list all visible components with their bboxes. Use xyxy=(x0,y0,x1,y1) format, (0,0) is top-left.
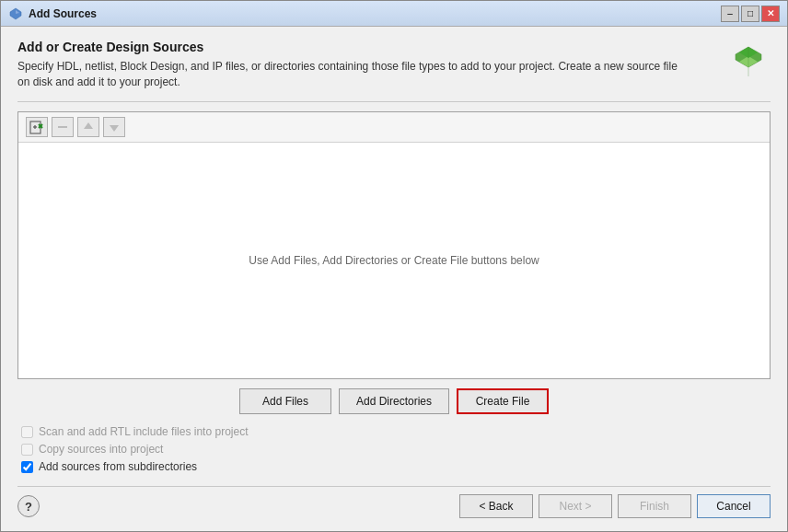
page-header-text: Add or Create Design Sources Specify HDL… xyxy=(17,40,715,90)
title-bar: Add Sources – □ ✕ xyxy=(1,1,787,27)
back-button[interactable]: < Back xyxy=(459,494,533,518)
footer-right: < Back Next > Finish Cancel xyxy=(459,494,771,518)
logo-area xyxy=(726,40,771,84)
up-arrow-icon xyxy=(82,121,95,133)
minimize-button[interactable]: – xyxy=(721,6,739,22)
footer-left: ? xyxy=(17,495,40,517)
file-panel: Use Add Files, Add Directories or Create… xyxy=(17,111,771,379)
add-files-button[interactable]: Add Files xyxy=(239,388,331,414)
maximize-button[interactable]: □ xyxy=(741,6,759,22)
copy-sources-option: Copy sources into project xyxy=(21,443,771,456)
finish-button[interactable]: Finish xyxy=(618,494,691,518)
content-area: Add or Create Design Sources Specify HDL… xyxy=(1,27,787,531)
move-down-toolbar-button[interactable] xyxy=(103,117,125,137)
remove-toolbar-button[interactable] xyxy=(52,117,74,137)
copy-sources-checkbox[interactable] xyxy=(21,444,33,456)
xilinx-logo xyxy=(730,43,767,80)
scan-rtl-label: Scan and add RTL include files into proj… xyxy=(39,425,248,438)
scan-rtl-checkbox[interactable] xyxy=(21,426,33,438)
add-subdirectories-label: Add sources from subdirectories xyxy=(39,460,197,473)
svg-marker-12 xyxy=(84,122,93,129)
move-up-toolbar-button[interactable] xyxy=(77,117,99,137)
next-button[interactable]: Next > xyxy=(539,494,612,518)
close-button[interactable]: ✕ xyxy=(761,6,780,22)
scan-rtl-option: Scan and add RTL include files into proj… xyxy=(21,425,771,438)
cancel-button[interactable]: Cancel xyxy=(697,494,771,518)
window-title: Add Sources xyxy=(29,7,97,20)
page-description: Specify HDL, netlist, Block Design, and … xyxy=(17,59,680,90)
empty-message: Use Add Files, Add Directories or Create… xyxy=(249,254,539,267)
file-list-area: Use Add Files, Add Directories or Create… xyxy=(18,143,770,378)
options-area: Scan and add RTL include files into proj… xyxy=(17,425,771,473)
title-bar-left: Add Sources xyxy=(8,6,97,21)
main-window: Add Sources – □ ✕ Add or Create Design S… xyxy=(0,0,788,532)
minus-icon xyxy=(56,121,69,133)
copy-sources-label: Copy sources into project xyxy=(39,443,163,456)
help-button[interactable]: ? xyxy=(17,495,40,517)
page-header: Add or Create Design Sources Specify HDL… xyxy=(17,40,771,90)
page-title: Add or Create Design Sources xyxy=(17,40,715,54)
add-file-toolbar-button[interactable] xyxy=(26,117,48,137)
svg-marker-13 xyxy=(110,125,119,132)
footer: ? < Back Next > Finish Cancel xyxy=(17,486,771,522)
header-divider xyxy=(17,101,771,102)
title-bar-controls: – □ ✕ xyxy=(721,6,780,22)
add-subdirectories-option: Add sources from subdirectories xyxy=(21,460,771,473)
add-directories-button[interactable]: Add Directories xyxy=(339,388,449,414)
down-arrow-icon xyxy=(108,121,121,133)
add-subdirectories-checkbox[interactable] xyxy=(21,461,33,473)
window-icon xyxy=(8,6,23,21)
add-icon xyxy=(29,120,44,134)
action-buttons: Add Files Add Directories Create File xyxy=(17,388,771,414)
toolbar xyxy=(18,112,770,143)
create-file-button[interactable]: Create File xyxy=(457,388,549,414)
